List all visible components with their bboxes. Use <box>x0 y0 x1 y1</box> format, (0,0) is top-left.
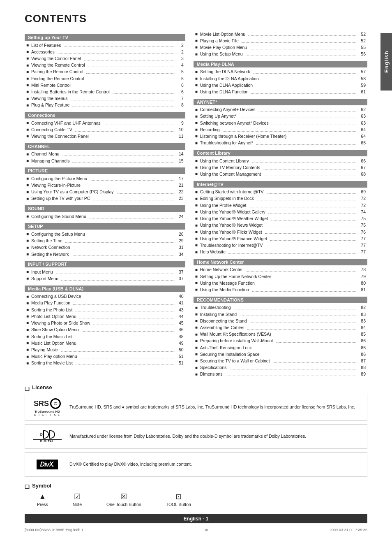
toc-dots <box>257 196 357 201</box>
toc-item-text: Using the Yahoo!® Widget Gallery <box>200 209 265 215</box>
toc-item: ■ Using the Media Function 81 <box>194 287 367 293</box>
toc-dots <box>256 83 357 87</box>
license-title-row: ❑ License <box>25 384 367 394</box>
license-checkbox-icon: ❑ <box>25 386 30 392</box>
toc-item-text: Securing the TV to a Wall or Cabinet <box>200 358 270 364</box>
toc-label: ■ Movie Play Option Menu <box>195 44 358 51</box>
toc-item-text: Connecting VHF and UHF Antennas <box>31 120 101 126</box>
bullet-icon: ■ <box>26 76 29 82</box>
toc-dots <box>252 158 357 163</box>
toc-label: ■ Configuring the Sound Menu <box>26 214 176 220</box>
symbol-label: TOOL Button <box>166 502 191 507</box>
bullet-icon: ■ <box>26 196 29 202</box>
toc-item-text: Configuring the Picture Menu <box>31 176 87 182</box>
symbol-item: ▲ Press <box>37 493 48 507</box>
toc-item: ■ Installing Batteries in the Remote Con… <box>25 89 185 95</box>
toc-item-text: Mini Remote Control <box>31 82 71 88</box>
toc-item: ■ Using Your TV as a Computer (PC) Displ… <box>25 189 185 195</box>
toc-dots <box>104 121 175 125</box>
bottom-bar: English - 1 <box>25 514 367 523</box>
toc-item-text: Viewing the menus <box>31 95 68 102</box>
toc-page: 2 <box>176 49 184 55</box>
toc-page: 4 <box>176 62 184 68</box>
toc-label: ■ Troubleshooting for Anynet* <box>195 140 358 146</box>
toc-item-text: Viewing the Control Panel <box>31 56 81 62</box>
toc-dots <box>267 190 357 194</box>
toc-item: ■ Securing the Installation Space 86 <box>194 351 367 358</box>
toc-label: ■ Using the Setup Menu <box>195 51 358 57</box>
section-header: SOUND <box>25 205 185 212</box>
toc-page: 64 <box>358 133 366 139</box>
section-header: CHANNEL <box>25 143 185 150</box>
symbol-icon: ☑ <box>74 493 81 500</box>
toc-dots <box>58 49 175 54</box>
toc-dots <box>72 158 175 163</box>
toc-item: ■ Using the Setup Menu 56 <box>194 51 367 58</box>
toc-label: ■ Viewing the Remote Control <box>26 62 176 68</box>
toc-item-text: Troubleshooting for Internet@TV <box>200 242 263 248</box>
bullet-icon: ■ <box>195 189 198 195</box>
toc-label: ■ Sorting the Music List <box>26 334 176 340</box>
toc-page: 40 <box>176 293 184 300</box>
toc-page: 87 <box>358 358 366 364</box>
section-header: Media Play (USB & DLNA) <box>25 286 185 292</box>
toc-item-text: List of Features <box>31 42 61 49</box>
toc-label: ■ Connecting Cable TV <box>26 127 176 133</box>
toc-label: ■ Music List Option Menu <box>26 340 176 346</box>
toc-page: 10 <box>176 127 184 133</box>
toc-label: ■ Viewing Picture-in-Picture <box>26 182 176 188</box>
bullet-icon: ■ <box>195 358 198 364</box>
license-item-text: TruSurround HD, SRS and ● symbol are tra… <box>69 404 355 411</box>
bullet-icon: ■ <box>195 242 198 248</box>
toc-page: 56 <box>358 51 366 57</box>
toc-dots <box>86 70 175 74</box>
toc-label: ■ Viewing the Connection Panel <box>26 133 176 139</box>
toc-item: ■ Dimensions 89 <box>194 371 367 378</box>
bullet-icon: ■ <box>195 351 198 358</box>
toc-dots <box>75 334 175 339</box>
bullet-icon: ■ <box>26 158 29 164</box>
toc-item-text: Disconnecting the Stand <box>200 318 247 324</box>
toc-label: ■ Help Website <box>195 249 358 255</box>
toc-label: ■ Setting Up Anynet* <box>195 113 358 119</box>
bullet-icon: ■ <box>26 82 29 88</box>
toc-item: ■ Sorting the Music List 48 <box>25 333 185 340</box>
toc-dots <box>79 314 175 318</box>
toc-label: ■ Switching between Anynet* Devices <box>195 120 358 126</box>
toc-item-text: Configuring the Setup Menu <box>31 231 85 237</box>
toc-item-text: Help Website <box>200 249 226 255</box>
bullet-icon: ■ <box>26 63 29 69</box>
toc-page: 75 <box>358 222 366 228</box>
toc-item-text: Sorting the Music List <box>31 334 72 340</box>
toc-item-text: Troubleshooting <box>200 304 231 311</box>
toc-label: ■ Managing Channels <box>26 158 176 164</box>
toc-label: ■ Using the Media Function <box>195 287 358 293</box>
toc-page: 88 <box>358 365 366 371</box>
toc-page: 58 <box>358 76 366 82</box>
toc-dots <box>250 318 357 323</box>
toc-dots <box>64 43 175 47</box>
toc-item: ■ Viewing the Control Panel 3 <box>25 55 185 62</box>
toc-item-text: Using the DLNA Function <box>200 89 249 95</box>
toc-label: ■ Recording <box>195 127 358 133</box>
toc-label: ■ Wall Mount Kit Specifications (VESA) <box>195 331 358 337</box>
toc-item-text: Viewing Picture-in-Picture <box>31 182 81 188</box>
toc-page: 48 <box>176 334 184 340</box>
bullet-icon: ■ <box>26 127 29 133</box>
toc-item-text: Using the Yahoo!® News Widget <box>200 222 263 228</box>
bullet-icon: ■ <box>26 340 29 346</box>
toc-item-text: Home Network Center <box>200 267 243 273</box>
toc-dots <box>75 307 175 312</box>
toc-page: 43 <box>176 307 184 313</box>
symbol-checkbox-icon: ❑ <box>25 484 30 490</box>
toc-page: 81 <box>358 287 366 293</box>
toc-item-text: Getting Started with Internet@TV <box>200 189 264 195</box>
toc-label: ■ Using the Yahoo!® Flickr Widget <box>195 229 358 235</box>
section-header: SETUP <box>25 223 185 230</box>
bullet-icon: ■ <box>195 165 198 171</box>
toc-label: ■ Using the Message Function <box>195 280 358 286</box>
license-title: License <box>32 384 52 390</box>
bullet-icon: ■ <box>26 69 29 75</box>
toc-item: ■ Viewing the Connection Panel 11 <box>25 133 185 140</box>
toc-label: ■ Using the Yahoo!® News Widget <box>195 222 358 228</box>
